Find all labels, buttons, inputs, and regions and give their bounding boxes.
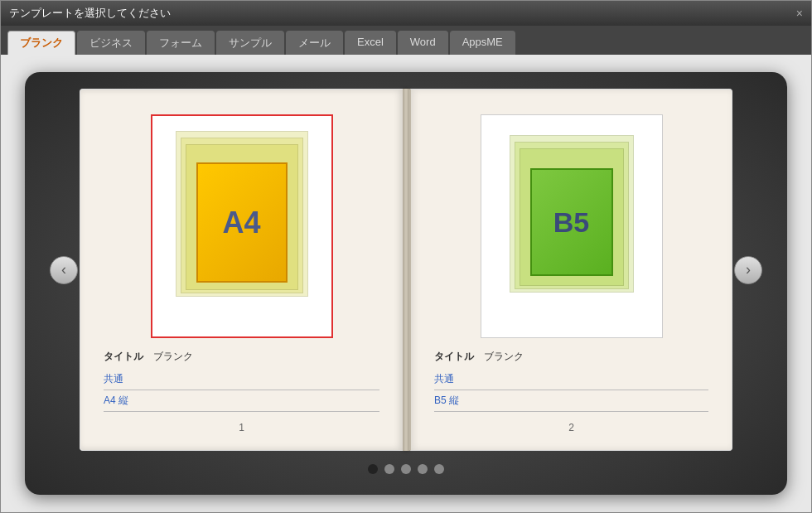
b5-preview[interactable]: B5 (481, 114, 663, 338)
b5-category: 共通 (434, 372, 454, 386)
a4-size-label: A4 (196, 162, 288, 283)
a4-paper-stack: A4 (167, 131, 317, 322)
b5-page-info: タイトル ブランク 共通 B5 縦 (428, 350, 715, 415)
dialog-title: テンプレートを選択してください (9, 6, 171, 21)
a4-title-label: タイトル (104, 350, 153, 364)
a4-page-number: 1 (239, 422, 244, 433)
left-page[interactable]: A4 タイトル ブランク 共通 A4 縦 (80, 89, 403, 451)
a4-row1: 共通 (104, 372, 379, 390)
nav-right-button[interactable]: › (734, 256, 762, 284)
b5-row2: B5 縦 (434, 394, 708, 412)
close-button[interactable]: × (796, 7, 803, 20)
reflection-left (152, 320, 331, 336)
tab-word[interactable]: Word (398, 31, 448, 55)
a4-size-desc: A4 縦 (104, 394, 128, 408)
tab-business[interactable]: ビジネス (77, 31, 145, 55)
a4-preview[interactable]: A4 (151, 114, 333, 338)
pagination-dots (368, 464, 444, 474)
tab-blank[interactable]: ブランク (7, 31, 75, 55)
tab-appsme[interactable]: AppsME (450, 31, 515, 55)
a4-category: 共通 (104, 372, 123, 386)
dot-4[interactable] (418, 464, 428, 474)
dot-5[interactable] (434, 464, 444, 474)
template-dialog: テンプレートを選択してください × ブランク ビジネス フォーム サンプル メー… (0, 0, 812, 513)
book-container: ‹ A4 タイトル (25, 72, 787, 495)
dot-2[interactable] (384, 464, 394, 474)
nav-left-button[interactable]: ‹ (50, 256, 78, 284)
a4-row2: A4 縦 (104, 394, 379, 412)
b5-size-desc: B5 縦 (434, 394, 459, 408)
dot-1[interactable] (368, 464, 378, 474)
title-bar: テンプレートを選択してください × (1, 1, 811, 26)
dot-3[interactable] (401, 464, 411, 474)
a4-title-value: ブランク (153, 350, 193, 364)
tab-form[interactable]: フォーム (147, 31, 215, 55)
b5-page-number: 2 (568, 422, 574, 433)
reflection-right (481, 321, 662, 337)
book-pages: ‹ A4 タイトル (58, 89, 754, 451)
b5-size-label: B5 (530, 168, 613, 276)
book-spine (403, 89, 409, 451)
b5-title-row: タイトル ブランク (434, 350, 708, 367)
right-page[interactable]: B5 タイトル ブランク 共通 B5 縦 (409, 89, 732, 451)
b5-title-value: ブランク (484, 350, 524, 364)
tab-bar: ブランク ビジネス フォーム サンプル メール Excel Word AppsM… (1, 26, 811, 55)
tab-excel[interactable]: Excel (345, 31, 396, 55)
b5-title-label: タイトル (434, 350, 484, 364)
a4-title-row: タイトル ブランク (104, 350, 379, 367)
b5-row1: 共通 (434, 372, 708, 390)
content-area: ‹ A4 タイトル (1, 55, 811, 512)
tab-sample[interactable]: サンプル (216, 31, 284, 55)
b5-paper-stack: B5 (497, 131, 646, 322)
a4-page-info: タイトル ブランク 共通 A4 縦 (97, 350, 386, 415)
tab-mail[interactable]: メール (286, 31, 343, 55)
